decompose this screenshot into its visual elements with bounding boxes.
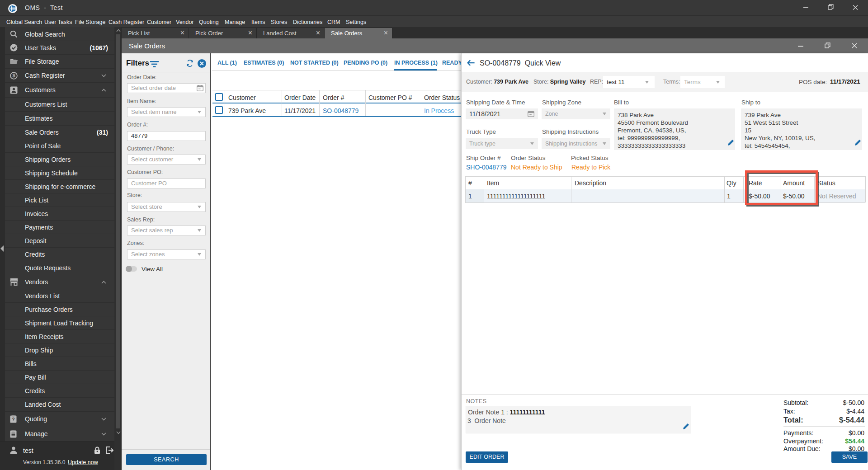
svg-text:?: ? bbox=[12, 417, 14, 422]
svg-text:$: $ bbox=[12, 73, 15, 78]
